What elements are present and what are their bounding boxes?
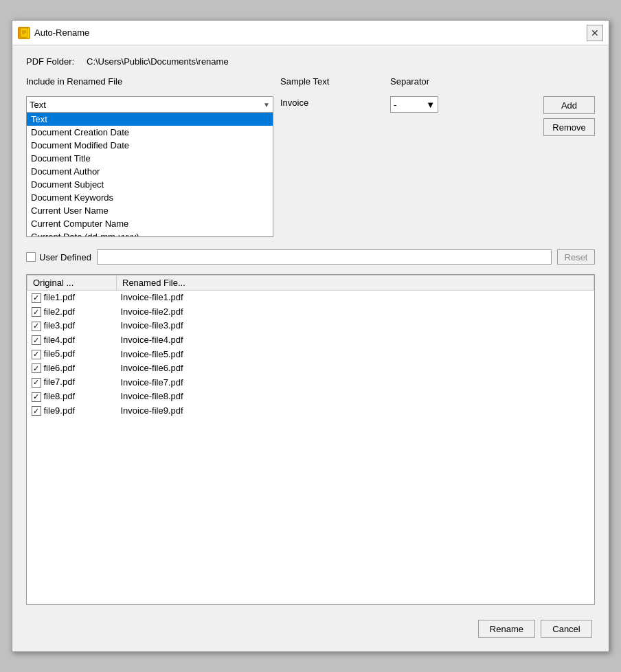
user-defined-row: User Defined Reset (26, 249, 595, 265)
original-filename: file4.pdf (44, 335, 76, 345)
app-icon (18, 27, 30, 39)
dropdown-list-inner[interactable]: TextDocument Creation DateDocument Modif… (27, 113, 273, 236)
table-row[interactable]: file1.pdfInvoice-file1.pdf (27, 291, 594, 305)
action-buttons-col: Add Remove (543, 96, 595, 136)
original-filename: file3.pdf (44, 320, 76, 331)
dropdown-item[interactable]: Document Keywords (27, 191, 273, 204)
sample-value-col: Invoice (280, 96, 383, 108)
separator-arrow-icon: ▼ (426, 100, 435, 110)
dropdown-item[interactable]: Text (27, 113, 273, 126)
file-original-cell[interactable]: file3.pdf (27, 319, 117, 333)
dropdown-item[interactable]: Current User Name (27, 204, 273, 217)
separator-value: - (394, 100, 396, 110)
file-checkbox[interactable] (32, 335, 41, 345)
file-checkbox[interactable] (32, 322, 41, 331)
file-renamed-cell: Invoice-file4.pdf (117, 333, 594, 347)
separator-col: - ▼ (390, 96, 438, 113)
dropdown-item[interactable]: Document Modified Date (27, 139, 273, 152)
file-table: Original ... Renamed File... file1.pdfIn… (27, 275, 594, 418)
col-header-renamed[interactable]: Renamed File... (117, 276, 594, 291)
remove-button[interactable]: Remove (543, 118, 595, 136)
table-row[interactable]: file3.pdfInvoice-file3.pdf (27, 319, 594, 333)
separator-select[interactable]: - ▼ (390, 96, 438, 113)
file-checkbox[interactable] (32, 406, 41, 416)
cancel-button[interactable]: Cancel (541, 620, 592, 638)
pdf-folder-label: PDF Folder: (26, 56, 81, 67)
bottom-buttons: Rename Cancel (26, 614, 595, 640)
original-filename: file6.pdf (44, 363, 76, 373)
file-renamed-cell: Invoice-file7.pdf (117, 375, 594, 390)
file-checkbox[interactable] (32, 392, 41, 402)
file-table-container: Original ... Renamed File... file1.pdfIn… (26, 274, 595, 605)
file-checkbox[interactable] (32, 350, 41, 359)
original-filename: file5.pdf (44, 348, 76, 359)
rename-button[interactable]: Rename (478, 620, 535, 638)
file-renamed-cell: Invoice-file9.pdf (117, 403, 594, 418)
col-header-original[interactable]: Original ... (27, 276, 117, 291)
include-dropdown-container: Text ▼ TextDocument Creation DateDocumen… (26, 96, 273, 237)
user-defined-checkbox[interactable] (26, 252, 36, 262)
file-original-cell[interactable]: file4.pdf (27, 333, 117, 347)
file-renamed-cell: Invoice-file5.pdf (117, 347, 594, 361)
sample-text-value: Invoice (280, 98, 308, 108)
main-window: Auto-Rename ✕ PDF Folder: C:\Users\Publi… (12, 20, 609, 652)
original-filename: file9.pdf (44, 405, 76, 416)
user-defined-input[interactable] (97, 249, 552, 265)
dropdown-item[interactable]: Document Creation Date (27, 126, 273, 139)
file-original-cell[interactable]: file6.pdf (27, 361, 117, 375)
file-original-cell[interactable]: file5.pdf (27, 347, 117, 361)
file-original-cell[interactable]: file7.pdf (27, 375, 117, 390)
include-controls-row: Text ▼ TextDocument Creation DateDocumen… (26, 96, 595, 237)
table-header-row: Original ... Renamed File... (27, 276, 594, 291)
dropdown-arrow-icon: ▼ (263, 101, 270, 109)
file-original-cell[interactable]: file2.pdf (27, 304, 117, 319)
original-filename: file2.pdf (44, 306, 76, 317)
dropdown-item[interactable]: Document Title (27, 152, 273, 165)
table-row[interactable]: file4.pdfInvoice-file4.pdf (27, 333, 594, 347)
table-row[interactable]: file7.pdfInvoice-file7.pdf (27, 375, 594, 390)
pdf-folder-path: C:\Users\Public\Documents\rename (87, 56, 229, 67)
dropdown-selected-text: Text (30, 100, 46, 110)
table-row[interactable]: file9.pdfInvoice-file9.pdf (27, 403, 594, 418)
title-bar-left: Auto-Rename (18, 27, 89, 39)
file-original-cell[interactable]: file8.pdf (27, 389, 117, 403)
file-checkbox[interactable] (32, 293, 41, 303)
original-filename: file1.pdf (44, 292, 76, 302)
include-label: Include in Renamed File (26, 76, 280, 87)
file-checkbox[interactable] (32, 378, 41, 388)
pdf-folder-row: PDF Folder: C:\Users\Public\Documents\re… (26, 56, 595, 67)
file-renamed-cell: Invoice-file8.pdf (117, 389, 594, 403)
original-filename: file8.pdf (44, 391, 76, 401)
dropdown-item[interactable]: Current Date (dd-mm-yyyy) (27, 230, 273, 236)
include-header-row: Include in Renamed File Sample Text Sepa… (26, 76, 595, 87)
file-original-cell[interactable]: file1.pdf (27, 291, 117, 305)
dropdown-item[interactable]: Document Author (27, 165, 273, 178)
table-row[interactable]: file5.pdfInvoice-file5.pdf (27, 347, 594, 361)
table-row[interactable]: file2.pdfInvoice-file2.pdf (27, 304, 594, 319)
reset-button[interactable]: Reset (557, 249, 595, 265)
file-checkbox[interactable] (32, 307, 41, 317)
file-renamed-cell: Invoice-file6.pdf (117, 361, 594, 375)
dialog-content: PDF Folder: C:\Users\Public\Documents\re… (12, 45, 609, 651)
table-row[interactable]: file8.pdfInvoice-file8.pdf (27, 389, 594, 403)
include-dropdown-list: TextDocument Creation DateDocument Modif… (26, 113, 273, 237)
close-button[interactable]: ✕ (587, 25, 603, 41)
file-renamed-cell: Invoice-file3.pdf (117, 319, 594, 333)
file-renamed-cell: Invoice-file2.pdf (117, 304, 594, 319)
table-row[interactable]: file6.pdfInvoice-file6.pdf (27, 361, 594, 375)
title-bar: Auto-Rename ✕ (12, 21, 609, 45)
window-title: Auto-Rename (34, 27, 89, 38)
dropdown-item[interactable]: Document Subject (27, 178, 273, 191)
original-filename: file7.pdf (44, 377, 76, 387)
user-defined-text: User Defined (39, 252, 91, 262)
file-renamed-cell: Invoice-file1.pdf (117, 291, 594, 305)
file-checkbox[interactable] (32, 363, 41, 373)
dropdown-item[interactable]: Current Computer Name (27, 217, 273, 230)
sample-label: Sample Text (280, 76, 390, 87)
user-defined-label[interactable]: User Defined (26, 252, 91, 262)
separator-label: Separator (390, 76, 429, 87)
file-original-cell[interactable]: file9.pdf (27, 403, 117, 418)
include-dropdown-selected[interactable]: Text ▼ (26, 96, 273, 113)
add-button[interactable]: Add (543, 96, 595, 114)
